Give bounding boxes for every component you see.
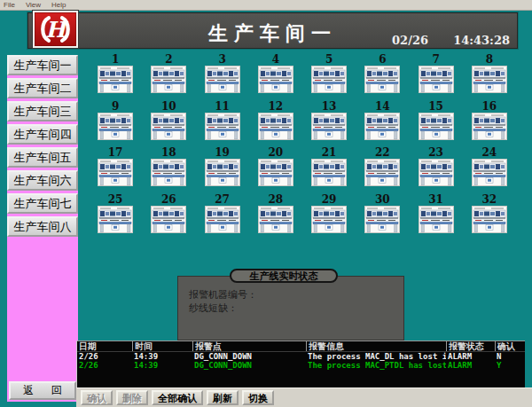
machine-item-22[interactable]: 22 [356,147,409,194]
alarm-cell: The process MAC_PTDL has lost its .. [306,361,446,370]
sidebar-item-workshop-6[interactable]: 生产车间六 [7,170,78,191]
knitting-machine-icon [258,206,293,233]
knitting-machine-icon [151,159,186,186]
page-title: 生产车间一 [28,20,517,47]
machine-item-6[interactable]: 6 [356,54,409,101]
menu-bar: FileViewHelp [0,0,532,11]
knitting-machine-icon [205,113,240,140]
sidebar-item-workshop-1[interactable]: 生产车间一 [7,55,78,75]
sidebar-item-workshop-4[interactable]: 生产车间四 [7,124,78,145]
machine-number: 6 [379,54,386,66]
alarm-cell: Y [495,361,521,370]
machine-item-3[interactable]: 3 [196,54,249,101]
toolbar-button-全部确认[interactable]: 全部确认 [152,390,203,405]
logo-icon: H [35,12,76,46]
knitting-machine-icon [364,113,400,140]
column-header: 报警状态 [446,341,495,351]
alarm-cell: DG_CONN_DOWN [192,361,306,370]
machine-item-14[interactable]: 14 [356,101,409,148]
machine-item-24[interactable]: 24 [463,147,516,194]
machine-number: 27 [215,194,230,206]
machine-item-31[interactable]: 31 [410,194,463,241]
machine-item-32[interactable]: 32 [463,194,516,241]
machine-item-1[interactable]: 1 [89,54,142,101]
alarm-cell: 14:39 [132,352,192,361]
machine-number: 11 [215,101,230,113]
machine-item-26[interactable]: 26 [142,194,195,241]
alarm-cell: DG_CONN_DOWN [192,352,306,361]
alarm-table[interactable]: 日期时间报警点报警信息报警状态确认 2/2614:39DG_CONN_DOWNT… [76,340,525,387]
toolbar-button-切换[interactable]: 切换 [242,390,274,405]
sidebar-item-workshop-2[interactable]: 生产车间二 [7,78,78,98]
knitting-machine-icon [205,66,240,93]
column-header: 日期 [77,341,132,351]
menu-item-file[interactable]: File [4,0,15,11]
sidebar-item-workshop-7[interactable]: 生产车间七 [7,193,78,214]
company-logo: H [32,10,79,49]
toolbar-button-确认: 确认 [81,390,113,405]
knitting-machine-icon [258,66,293,93]
alarm-cell: 2/26 [77,352,132,361]
machine-item-2[interactable]: 2 [142,54,195,101]
back-button[interactable]: 返 回 [9,381,76,400]
machine-number: 25 [108,194,123,206]
machine-item-10[interactable]: 10 [142,101,195,148]
machine-item-23[interactable]: 23 [410,147,463,194]
knitting-machine-icon [364,206,400,233]
column-header: 时间 [132,341,192,351]
machine-number: 1 [112,54,119,66]
machine-item-30[interactable]: 30 [356,194,409,241]
machine-number: 31 [428,194,443,206]
app-window: FileViewHelp 生产车间一 02/26 14:43:28 H 生产车间… [0,0,532,407]
machine-item-25[interactable]: 25 [89,194,142,241]
knitting-machine-icon [419,159,454,186]
alarm-table-row[interactable]: 2/2614:39DG_CONN_DOWNThe process MAC_PTD… [77,361,525,370]
knitting-machine-icon [419,66,454,93]
machine-item-7[interactable]: 7 [410,54,463,101]
machine-number: 21 [322,147,337,159]
workshop-button-list: 生产车间一生产车间二生产车间三生产车间四生产车间五生产车间六生产车间七生产车间八 [7,55,78,239]
machine-item-5[interactable]: 5 [302,54,356,101]
machine-item-29[interactable]: 29 [302,194,356,241]
machine-item-17[interactable]: 17 [89,147,142,194]
machine-number: 7 [432,54,439,66]
alarm-table-body: 2/2614:39DG_CONN_DOWNThe process MAC_DL … [77,352,525,370]
machine-number: 24 [482,147,497,159]
machine-item-8[interactable]: 8 [463,54,516,101]
sidebar-item-workshop-3[interactable]: 生产车间三 [7,101,78,121]
svg-text:H: H [45,16,69,42]
machine-item-20[interactable]: 20 [249,147,302,194]
machine-number: 15 [428,101,443,113]
knitting-machine-icon [205,206,240,233]
knitting-machine-icon [364,66,400,93]
knitting-machine-icon [311,206,347,233]
sidebar-item-workshop-5[interactable]: 生产车间五 [7,147,78,168]
knitting-machine-icon [311,159,347,186]
alarm-cell: N [495,352,521,361]
knitting-machine-icon [472,206,507,233]
machine-item-15[interactable]: 15 [410,101,463,148]
header-date: 02/26 [392,34,428,47]
machine-item-12[interactable]: 12 [249,101,302,148]
column-header: 报警点 [192,341,306,351]
machine-number: 16 [482,101,497,113]
machine-number: 30 [375,194,390,206]
machine-item-28[interactable]: 28 [249,194,302,241]
machine-item-21[interactable]: 21 [302,147,356,194]
machine-item-13[interactable]: 13 [302,101,356,148]
sidebar-item-workshop-8[interactable]: 生产车间八 [7,216,78,237]
toolbar-button-刷新[interactable]: 刷新 [207,390,239,405]
machine-number: 23 [428,147,443,159]
alarm-cell: 2/26 [77,361,132,370]
alarm-cell: The process MAC_DL has lost its d... [306,352,446,361]
machine-item-18[interactable]: 18 [142,147,195,194]
machine-item-9[interactable]: 9 [89,101,142,148]
machine-item-16[interactable]: 16 [463,101,516,148]
knitting-machine-icon [311,66,347,93]
machine-item-27[interactable]: 27 [196,194,249,241]
knitting-machine-icon [98,113,133,140]
machine-item-11[interactable]: 11 [196,101,249,148]
machine-item-19[interactable]: 19 [196,147,249,194]
machine-item-4[interactable]: 4 [249,54,302,101]
alarm-table-row[interactable]: 2/2614:39DG_CONN_DOWNThe process MAC_DL … [77,352,525,361]
